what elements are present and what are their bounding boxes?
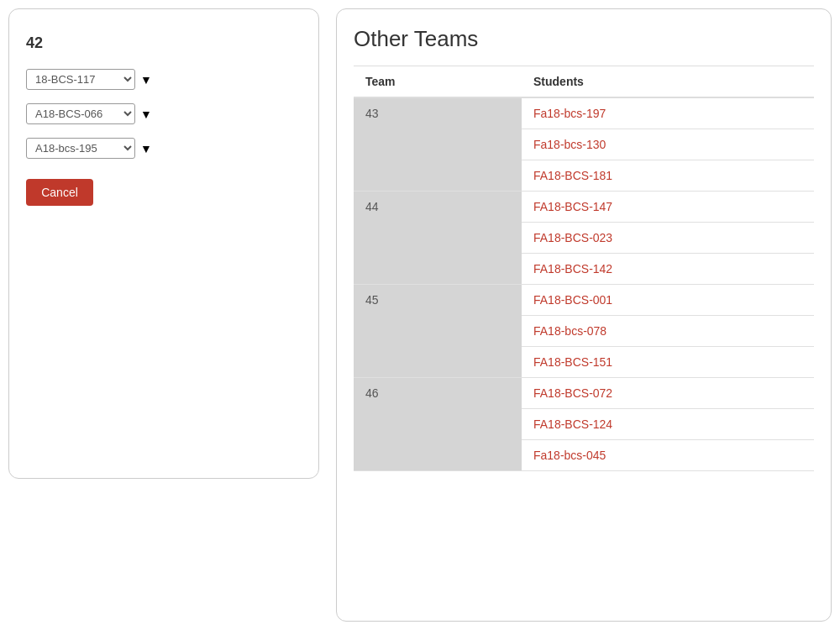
col-team: Team	[354, 66, 522, 98]
dropdown-arrow-1: ▼	[140, 73, 152, 87]
select-row-2: A18-BCS-066 A18-BCS-023 A18-BCS-072 ▼	[26, 103, 302, 124]
team-cell: 43	[354, 97, 522, 192]
team-number: 42	[26, 34, 302, 52]
student-cell: FA18-bcs-078	[522, 316, 814, 347]
table-row: 46FA18-BCS-072	[354, 378, 814, 409]
select-row-3: A18-bcs-195 A18-bcs-078 A18-bcs-045 ▼	[26, 138, 302, 159]
left-panel: 42 18-BCS-117 18-BCS-130 18-BCS-001 ▼ A1…	[8, 8, 319, 479]
student-cell: Fa18-bcs-045	[522, 440, 814, 471]
table-header-row: Team Students	[354, 66, 814, 98]
student-select-2[interactable]: A18-BCS-066 A18-BCS-023 A18-BCS-072	[26, 103, 135, 124]
student-cell: Fa18-bcs-130	[522, 129, 814, 160]
student-select-3[interactable]: A18-bcs-195 A18-bcs-078 A18-bcs-045	[26, 138, 135, 159]
student-select-1[interactable]: 18-BCS-117 18-BCS-130 18-BCS-001	[26, 69, 135, 90]
dropdown-arrow-2: ▼	[140, 108, 152, 121]
dropdown-arrow-3: ▼	[140, 142, 152, 155]
student-cell: FA18-BCS-151	[522, 347, 814, 378]
student-cell: FA18-BCS-001	[522, 285, 814, 316]
student-cell: FA18-BCS-147	[522, 192, 814, 223]
right-panel: Other Teams Team Students 43Fa18-bcs-197…	[336, 8, 832, 622]
table-row: 45FA18-BCS-001	[354, 285, 814, 316]
col-students: Students	[522, 66, 814, 98]
table-row: 44FA18-BCS-147	[354, 192, 814, 223]
cancel-button[interactable]: Cancel	[26, 179, 93, 206]
teams-table: Team Students 43Fa18-bcs-197Fa18-bcs-130…	[354, 66, 814, 471]
student-cell: FA18-BCS-142	[522, 254, 814, 285]
student-cell: Fa18-bcs-197	[522, 97, 814, 129]
section-title: Other Teams	[354, 26, 814, 52]
table-row: 43Fa18-bcs-197	[354, 97, 814, 129]
team-cell: 44	[354, 192, 522, 285]
student-cell: FA18-BCS-072	[522, 378, 814, 409]
select-row-1: 18-BCS-117 18-BCS-130 18-BCS-001 ▼	[26, 69, 302, 90]
student-cell: FA18-BCS-124	[522, 409, 814, 440]
team-cell: 46	[354, 378, 522, 471]
student-cell: FA18-BCS-023	[522, 223, 814, 254]
student-cell: FA18-BCS-181	[522, 160, 814, 192]
team-cell: 45	[354, 285, 522, 378]
